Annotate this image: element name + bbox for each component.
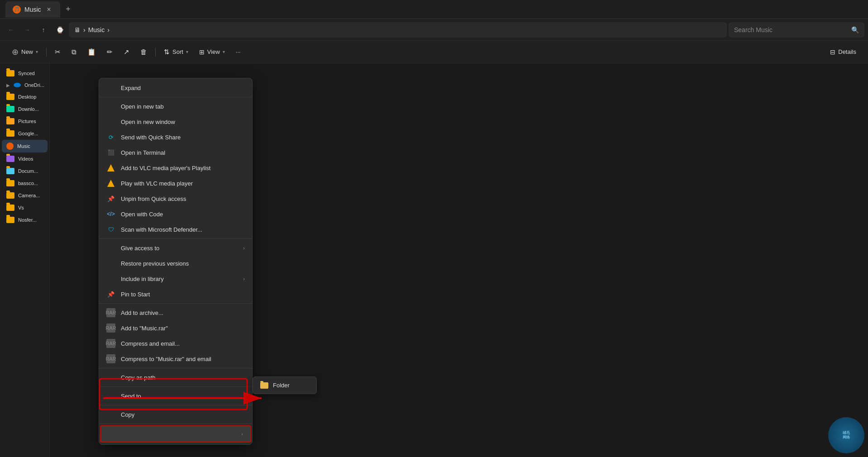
ctx-open-code[interactable]: </> Open with Code (99, 206, 252, 222)
ctx-add-music-rar[interactable]: RAR Add to "Music.rar" (99, 320, 252, 336)
folder-icon-videos (6, 156, 14, 162)
new-arrow-icon: ▾ (36, 49, 38, 54)
folder-submenu: Folder (253, 376, 317, 394)
ctx-pin-start[interactable]: 📌 Pin to Start (99, 286, 252, 302)
sidebar-item-synced[interactable]: Synced (2, 67, 48, 79)
more-button[interactable]: ··· (231, 46, 245, 58)
ctx-vlc-playlist[interactable]: Add to VLC media player's Playlist (99, 160, 252, 176)
sidebar-label-synced: Synced (18, 71, 35, 76)
pin-start-icon: 📌 (106, 290, 115, 299)
ctx-more-options[interactable]: › (100, 425, 251, 443)
ctx-include-library[interactable]: Include in library › (99, 271, 252, 286)
send-to-icon (106, 391, 115, 400)
open-new-window-icon (106, 117, 115, 126)
search-box[interactable]: Search Music 🔍 (729, 22, 864, 38)
address-bar[interactable]: 🖥 › Music › (69, 22, 727, 38)
rename-button[interactable]: ✏ (102, 45, 117, 59)
active-tab[interactable]: 🎵 Music ✕ (5, 1, 60, 18)
sidebar-item-videos[interactable]: Videos (2, 153, 48, 165)
cut-button[interactable]: ✂ (50, 45, 65, 59)
copy-button[interactable]: ⧉ (67, 45, 81, 59)
ctx-vlc-play[interactable]: Play with VLC media player (99, 176, 252, 191)
new-label: New (21, 48, 33, 55)
quickshare-icon: ⟳ (106, 133, 115, 142)
new-tab-button[interactable]: + (62, 3, 75, 16)
folder-submenu-item[interactable]: Folder (253, 379, 316, 392)
sidebar-item-onedrive[interactable]: ▶ OneDri... (2, 80, 48, 90)
folder-icon-downloads (6, 106, 14, 112)
ctx-quick-share[interactable]: ⟳ Send with Quick Share (99, 129, 252, 145)
view-button[interactable]: ⊞ View ▾ (195, 46, 229, 58)
sidebar-item-vs[interactable]: Vs (2, 202, 48, 214)
sidebar-item-bassco[interactable]: bassco... (2, 177, 48, 189)
sidebar-label-onedrive: OneDri... (24, 82, 44, 88)
ctx-add-music-rar-label: Add to "Music.rar" (121, 325, 245, 332)
rar-music-icon: RAR (106, 324, 115, 333)
ctx-copy[interactable]: Copy (99, 407, 252, 422)
sidebar-item-pictures[interactable]: Pictures (2, 115, 48, 127)
breadcrumb-path: Music (88, 26, 105, 33)
cut-icon: ✂ (55, 48, 61, 56)
sidebar-item-desktop[interactable]: Desktop (2, 91, 48, 103)
ctx-compress-music-email-label: Compress to "Music.rar" and email (121, 356, 245, 362)
ctx-copy-icon (106, 410, 115, 419)
ctx-restore[interactable]: Restore previous versions (99, 256, 252, 271)
ctx-sep-3 (99, 303, 252, 304)
new-button[interactable]: ⊕ New ▾ (7, 44, 43, 60)
sidebar-item-nosfer[interactable]: Nosfer... (2, 214, 48, 226)
sidebar-label-music: Music (17, 143, 30, 149)
ctx-open-new-window[interactable]: Open in new window (99, 114, 252, 129)
ctx-sep-6 (99, 405, 252, 405)
ctx-copy-label: Copy (121, 411, 245, 418)
sidebar-item-camera[interactable]: Camera... (2, 190, 48, 201)
ctx-copy-path[interactable]: Copy as path (99, 370, 252, 385)
ctx-open-terminal[interactable]: ⬛ Open in Terminal (99, 145, 252, 160)
sidebar-item-google[interactable]: Google... (2, 128, 48, 139)
back-button[interactable]: ← (4, 23, 18, 37)
sidebar-item-documents[interactable]: Docum... (2, 165, 48, 177)
ctx-give-access-label: Give access to (121, 245, 238, 252)
ctx-give-access[interactable]: Give access to › (99, 240, 252, 256)
tab-close-button[interactable]: ✕ (45, 5, 53, 14)
paste-button[interactable]: 📋 (83, 45, 100, 59)
details-button[interactable]: ⊟ Details (825, 46, 861, 58)
ctx-sep-4 (99, 368, 252, 368)
sort-button[interactable]: ⇅ Sort ▾ (159, 45, 193, 59)
sidebar-label-vs: Vs (18, 205, 24, 210)
sidebar-label-nosfer: Nosfer... (18, 217, 37, 223)
ctx-expand[interactable]: Expand (99, 80, 252, 95)
main-area: Synced ▶ OneDri... Desktop Downlo... Pic… (0, 63, 868, 457)
folder-icon-desktop (6, 94, 14, 100)
ctx-vlc-play-label: Play with VLC media player (121, 180, 245, 187)
delete-button[interactable]: 🗑 (136, 45, 152, 58)
title-bar: 🎵 Music ✕ + (0, 0, 868, 19)
share-button[interactable]: ↗ (119, 45, 134, 59)
details-label: Details (838, 48, 856, 55)
defender-icon: 🛡 (106, 225, 115, 234)
ctx-unpin[interactable]: 📌 Unpin from Quick access (99, 191, 252, 206)
sort-icon: ⇅ (164, 48, 170, 56)
sidebar-item-music[interactable]: Music (2, 140, 48, 152)
up-button[interactable]: ↑ (36, 23, 51, 37)
sidebar-label-videos: Videos (18, 156, 33, 162)
recent-button[interactable]: ⌚ (52, 23, 67, 37)
search-icon: 🔍 (851, 26, 859, 33)
code-icon: </> (106, 209, 115, 219)
sidebar-label-documents: Docum... (18, 168, 38, 174)
ctx-open-new-tab[interactable]: Open in new tab (99, 99, 252, 114)
ctx-add-archive[interactable]: RAR Add to archive... (99, 305, 252, 320)
breadcrumb-trailing: › (107, 26, 110, 33)
ctx-defender[interactable]: 🛡 Scan with Microsoft Defender... (99, 222, 252, 237)
ctx-compress-email[interactable]: RAR Compress and email... (99, 336, 252, 351)
terminal-icon: ⬛ (106, 148, 115, 157)
ctx-open-code-label: Open with Code (121, 211, 245, 218)
ctx-defender-label: Scan with Microsoft Defender... (121, 226, 245, 233)
folder-submenu-icon (260, 382, 268, 389)
ctx-compress-music-email[interactable]: RAR Compress to "Music.rar" and email (99, 351, 252, 367)
folder-submenu-label: Folder (273, 382, 290, 389)
ctx-send-to[interactable]: Send to › (99, 388, 252, 404)
forward-button[interactable]: → (20, 23, 34, 37)
sidebar-item-downloads[interactable]: Downlo... (2, 103, 48, 115)
ctx-quick-share-label: Send with Quick Share (121, 134, 245, 141)
folder-icon-pictures (6, 118, 14, 124)
